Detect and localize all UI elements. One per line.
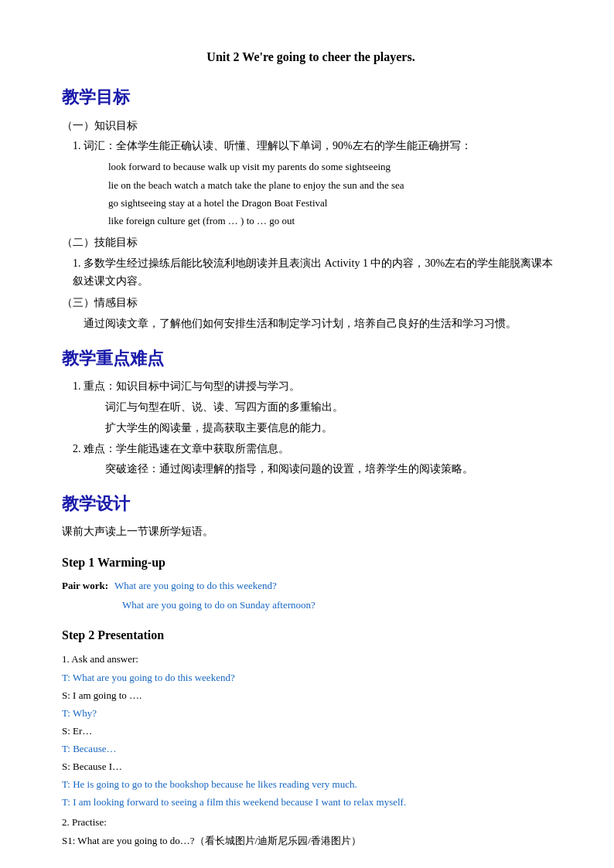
- vocab-line-2: lie on the beach watch a match take the …: [108, 176, 560, 194]
- step2-t3: T: Because…: [62, 740, 560, 757]
- page-title: Unit 2 We're going to cheer the players.: [62, 46, 560, 67]
- vocab-block: look forward to because walk up visit my…: [62, 158, 560, 230]
- key-item-1-sub2: 扩大学生的阅读量，提高获取主要信息的能力。: [105, 419, 560, 437]
- emotion-item: 通过阅读文章，了解他们如何安排生活和制定学习计划，培养自己良好的生活和学习习惯。: [84, 315, 560, 333]
- section-heading-key: 教学重点难点: [62, 344, 560, 373]
- step2-s3: S: Because I…: [62, 758, 560, 775]
- step2-t1: T: What are you going to do this weekend…: [62, 669, 560, 686]
- step2-item1-label: 1. Ask and answer:: [62, 651, 560, 668]
- pair-work-label: Pair work:: [62, 577, 108, 594]
- step2-t5: T: I am looking forward to seeing a film…: [62, 794, 560, 811]
- step1-heading: Step 1 Warming-up: [62, 552, 560, 573]
- pair-work-q1: What are you going to do this weekend?: [114, 577, 277, 594]
- pair-work-row2: What are you going to do on Sunday after…: [122, 596, 560, 614]
- step2-s1-practise: S1: What are you going to do…?（看长城图片/迪斯尼…: [62, 832, 560, 849]
- step2-t2: T: Why?: [62, 705, 560, 722]
- key-item-2-sub: 突破途径：通过阅读理解的指导，和阅读问题的设置，培养学生的阅读策略。: [105, 460, 560, 478]
- sub-heading-3: （三）情感目标: [62, 294, 560, 312]
- step2-s1: S: I am going to ….: [62, 687, 560, 704]
- vocab-line-4: like foreign culture get (from … ) to … …: [108, 212, 560, 230]
- vocab-line-3: go sightseeing stay at a hotel the Drago…: [108, 194, 560, 212]
- section-key-points: 教学重点难点 1. 重点：知识目标中词汇与句型的讲授与学习。 词汇与句型在听、说…: [62, 344, 560, 478]
- sub-heading-1: （一）知识目标: [62, 117, 560, 135]
- section-step2: Step 2 Presentation 1. Ask and answer: T…: [62, 625, 560, 849]
- section-heading-goals: 教学目标: [62, 83, 560, 111]
- section-teaching-goals: 教学目标 （一）知识目标 1. 词汇：全体学生能正确认读、听懂、理解以下单词，9…: [62, 83, 560, 333]
- section-step1: Step 1 Warming-up Pair work: What are yo…: [62, 552, 560, 614]
- step2-s2: S: Er…: [62, 723, 560, 740]
- section-design: 教学设计 课前大声读上一节课所学短语。: [62, 489, 560, 541]
- vocab-item-1: 1. 词汇：全体学生能正确认读、听懂、理解以下单词，90%左右的学生能正确拼写：: [73, 137, 560, 155]
- key-item-2: 2. 难点：学生能迅速在文章中获取所需信息。: [73, 440, 560, 458]
- key-item-1: 1. 重点：知识目标中词汇与句型的讲授与学习。: [73, 377, 560, 396]
- step2-item2-label: 2. Practise:: [62, 814, 560, 831]
- step2-heading: Step 2 Presentation: [62, 625, 560, 645]
- pair-work-row1: Pair work: What are you going to do this…: [62, 577, 560, 594]
- step2-t4: T: He is going to go to the bookshop bec…: [62, 776, 560, 793]
- key-item-1-sub1: 词汇与句型在听、说、读、写四方面的多重输出。: [105, 398, 560, 417]
- sub-heading-2: （二）技能目标: [62, 233, 560, 252]
- pair-work-q2: What are you going to do on Sunday after…: [122, 599, 316, 611]
- design-text: 课前大声读上一节课所学短语。: [62, 523, 560, 541]
- vocab-line-1: look forward to because walk up visit my…: [108, 158, 560, 175]
- section-heading-design: 教学设计: [62, 489, 560, 518]
- skill-item-1: 1. 多数学生经过操练后能比较流利地朗读并且表演出 Activity 1 中的内…: [73, 254, 560, 291]
